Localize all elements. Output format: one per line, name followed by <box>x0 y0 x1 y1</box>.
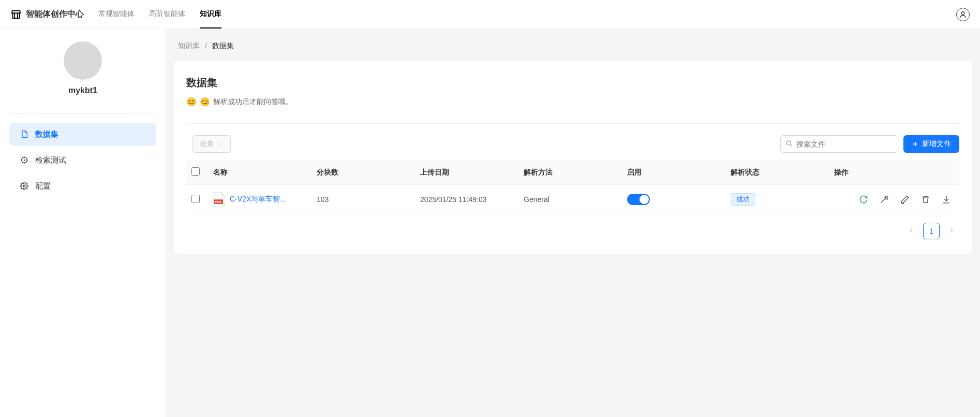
breadcrumb: 知识库 / 数据集 <box>166 29 980 61</box>
svg-text:PDF: PDF <box>215 200 221 204</box>
cell-chunks: 103 <box>311 185 415 214</box>
files-table: 名称 分块数 上传日期 解析方法 启用 解析状态 操作 <box>186 160 959 214</box>
content-panel: 数据集 😊 😊 解析成功后才能问答哦。 批量 <box>174 61 972 254</box>
edit-icon <box>900 195 910 204</box>
chevron-down-icon <box>217 141 223 147</box>
th-ops: 操作 <box>829 160 959 185</box>
refresh-icon <box>859 195 868 204</box>
pagination: 1 <box>186 223 959 239</box>
config-button[interactable] <box>880 195 889 204</box>
search-input[interactable] <box>780 135 898 153</box>
top-tabs: 常规智能体 高阶智能体 知识库 <box>98 0 221 28</box>
prev-page-button[interactable] <box>905 225 917 238</box>
table-row: PDF C-V2X与单车智... 103 2025/01/25 11:49:03… <box>186 185 959 214</box>
divider <box>186 123 959 124</box>
svg-point-3 <box>23 185 25 187</box>
trash-icon <box>921 195 930 204</box>
tab-advanced-agent[interactable]: 高阶智能体 <box>149 0 185 28</box>
sidebar-item-label: 配置 <box>35 181 51 191</box>
pdf-icon: PDF <box>213 192 226 207</box>
th-status: 解析状态 <box>725 160 829 185</box>
top-header: 智能体创作中心 常规智能体 高阶智能体 知识库 <box>0 0 980 29</box>
divider <box>9 113 156 113</box>
avatar <box>64 41 102 80</box>
brand[interactable]: 智能体创作中心 <box>10 9 84 20</box>
sidebar: mykbt1 数据集 检索测试 配置 <box>0 29 166 417</box>
reparse-button[interactable] <box>859 195 868 204</box>
bulk-action-button[interactable]: 批量 <box>192 135 231 153</box>
svg-point-2 <box>24 160 24 160</box>
file-icon <box>20 130 29 139</box>
svg-point-4 <box>786 141 791 145</box>
brand-title: 智能体创作中心 <box>26 9 84 20</box>
breadcrumb-sep: / <box>205 41 207 51</box>
target-icon <box>20 155 29 165</box>
shop-icon <box>10 9 22 20</box>
user-avatar-button[interactable] <box>956 8 970 21</box>
tab-knowledge-base[interactable]: 知识库 <box>200 0 221 28</box>
page-number[interactable]: 1 <box>923 223 940 239</box>
page-subtitle: 😊 😊 解析成功后才能问答哦。 <box>186 97 959 107</box>
profile-block: mykbt1 <box>9 41 156 95</box>
sidebar-item-retrieval-test[interactable]: 检索测试 <box>9 149 156 171</box>
plus-icon <box>912 140 919 148</box>
th-upload-date: 上传日期 <box>415 160 518 185</box>
download-button[interactable] <box>942 195 951 204</box>
status-badge: 成功 <box>731 193 755 206</box>
next-page-button[interactable] <box>946 225 957 238</box>
breadcrumb-current: 数据集 <box>212 41 234 51</box>
sidebar-item-label: 数据集 <box>35 130 58 139</box>
toolbar: 批量 新增文件 <box>186 135 959 153</box>
add-file-button[interactable]: 新增文件 <box>903 135 959 153</box>
th-method: 解析方法 <box>518 160 622 185</box>
chevron-right-icon <box>948 227 955 234</box>
sidebar-item-config[interactable]: 配置 <box>9 175 156 197</box>
subtitle-text: 解析成功后才能问答哦。 <box>213 97 293 107</box>
rename-button[interactable] <box>900 195 910 204</box>
smile-icon: 😊 <box>200 97 210 107</box>
row-checkbox[interactable] <box>191 195 200 203</box>
svg-point-0 <box>961 11 964 14</box>
enable-toggle[interactable] <box>627 194 650 205</box>
select-all-checkbox[interactable] <box>191 167 200 176</box>
main: 知识库 / 数据集 数据集 😊 😊 解析成功后才能问答哦。 批量 <box>166 29 980 417</box>
sidebar-item-label: 检索测试 <box>35 155 66 165</box>
bulk-label: 批量 <box>200 139 214 149</box>
chevron-left-icon <box>908 227 915 234</box>
smile-icon: 😊 <box>186 97 197 107</box>
tab-normal-agent[interactable]: 常规智能体 <box>98 0 135 28</box>
cell-upload-date: 2025/01/25 11:49:03 <box>415 185 518 214</box>
th-chunks: 分块数 <box>311 160 415 185</box>
wrench-icon <box>880 195 889 204</box>
sidebar-item-dataset[interactable]: 数据集 <box>9 123 156 146</box>
add-file-label: 新增文件 <box>922 139 951 149</box>
delete-button[interactable] <box>921 195 930 204</box>
user-icon <box>959 10 967 19</box>
th-name: 名称 <box>208 160 311 185</box>
username: mykbt1 <box>68 86 97 95</box>
cell-method: General <box>518 185 622 214</box>
gear-icon <box>20 181 29 191</box>
breadcrumb-root[interactable]: 知识库 <box>178 41 200 51</box>
th-enable: 启用 <box>622 160 725 185</box>
download-icon <box>942 195 951 204</box>
file-name-link[interactable]: C-V2X与单车智... <box>230 195 286 204</box>
search-wrap <box>780 135 898 153</box>
page-title: 数据集 <box>186 76 959 90</box>
search-icon <box>785 140 793 149</box>
row-actions <box>834 195 954 204</box>
